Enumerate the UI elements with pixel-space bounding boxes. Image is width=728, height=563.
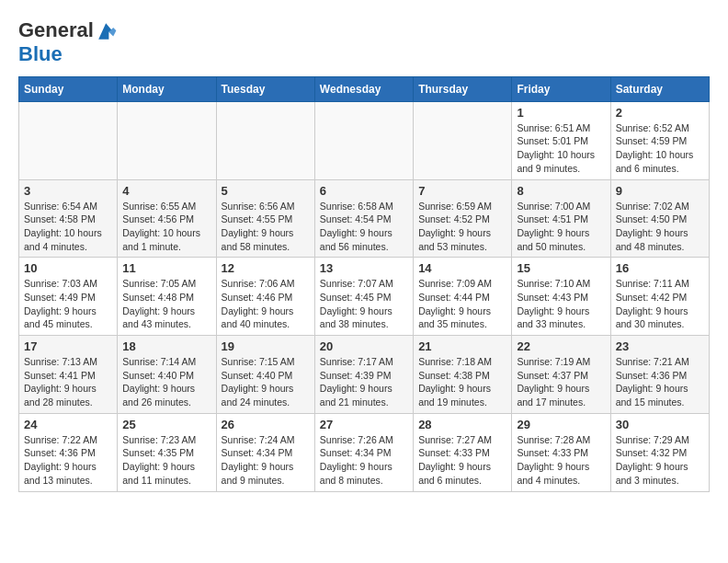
day-info: Sunrise: 6:58 AM Sunset: 4:54 PM Dayligh… — [320, 200, 408, 254]
day-number: 27 — [320, 418, 408, 431]
calendar-cell: 11Sunrise: 7:05 AM Sunset: 4:48 PM Dayli… — [118, 258, 216, 336]
day-number: 22 — [517, 339, 605, 353]
day-header-monday: Monday — [118, 76, 216, 101]
calendar-cell: 27Sunrise: 7:26 AM Sunset: 4:34 PM Dayli… — [314, 413, 413, 491]
calendar-cell: 26Sunrise: 7:24 AM Sunset: 4:34 PM Dayli… — [216, 413, 314, 491]
day-number: 8 — [517, 184, 605, 198]
calendar-cell: 4Sunrise: 6:55 AM Sunset: 4:56 PM Daylig… — [118, 179, 216, 258]
logo: General Blue — [18, 18, 119, 67]
calendar-cell: 19Sunrise: 7:15 AM Sunset: 4:40 PM Dayli… — [216, 336, 314, 414]
day-number: 23 — [616, 339, 704, 353]
day-info: Sunrise: 7:15 AM Sunset: 4:40 PM Dayligh… — [222, 355, 310, 409]
calendar-cell: 16Sunrise: 7:11 AM Sunset: 4:42 PM Dayli… — [610, 258, 709, 336]
calendar-cell: 1Sunrise: 6:51 AM Sunset: 5:01 PM Daylig… — [512, 101, 610, 179]
day-info: Sunrise: 7:13 AM Sunset: 4:41 PM Dayligh… — [24, 355, 112, 409]
calendar-cell: 12Sunrise: 7:06 AM Sunset: 4:46 PM Dayli… — [216, 258, 314, 336]
calendar-cell: 25Sunrise: 7:23 AM Sunset: 4:35 PM Dayli… — [118, 413, 216, 491]
day-info: Sunrise: 7:27 AM Sunset: 4:33 PM Dayligh… — [418, 433, 506, 488]
day-number: 6 — [320, 184, 408, 198]
day-number: 12 — [222, 261, 310, 275]
day-info: Sunrise: 6:55 AM Sunset: 4:56 PM Dayligh… — [122, 200, 210, 254]
day-info: Sunrise: 7:28 AM Sunset: 4:33 PM Dayligh… — [517, 433, 605, 488]
day-header-saturday: Saturday — [610, 76, 709, 101]
day-number: 26 — [222, 418, 310, 431]
day-number: 21 — [418, 339, 506, 353]
day-info: Sunrise: 6:54 AM Sunset: 4:58 PM Dayligh… — [24, 200, 112, 254]
calendar-cell — [414, 101, 512, 179]
day-number: 7 — [418, 184, 506, 198]
day-info: Sunrise: 6:56 AM Sunset: 4:55 PM Dayligh… — [222, 200, 310, 254]
day-number: 24 — [24, 418, 112, 431]
day-header-thursday: Thursday — [414, 76, 512, 101]
calendar-cell: 21Sunrise: 7:18 AM Sunset: 4:38 PM Dayli… — [414, 336, 512, 414]
day-info: Sunrise: 6:59 AM Sunset: 4:52 PM Dayligh… — [418, 200, 506, 254]
day-number: 29 — [517, 418, 605, 431]
day-info: Sunrise: 7:24 AM Sunset: 4:34 PM Dayligh… — [222, 433, 310, 488]
day-info: Sunrise: 7:18 AM Sunset: 4:38 PM Dayligh… — [418, 355, 506, 409]
week-row-3: 10Sunrise: 7:03 AM Sunset: 4:49 PM Dayli… — [19, 258, 710, 336]
day-number: 30 — [616, 418, 704, 431]
calendar-cell: 18Sunrise: 7:14 AM Sunset: 4:40 PM Dayli… — [118, 336, 216, 414]
day-number: 13 — [320, 261, 408, 275]
calendar-cell — [118, 101, 216, 179]
week-row-4: 17Sunrise: 7:13 AM Sunset: 4:41 PM Dayli… — [19, 336, 710, 414]
calendar-cell: 24Sunrise: 7:22 AM Sunset: 4:36 PM Dayli… — [19, 413, 118, 491]
calendar-table: SundayMondayTuesdayWednesdayThursdayFrid… — [18, 76, 710, 492]
day-number: 10 — [24, 261, 112, 275]
day-number: 19 — [222, 339, 310, 353]
calendar-cell: 30Sunrise: 7:29 AM Sunset: 4:32 PM Dayli… — [610, 413, 709, 491]
day-header-tuesday: Tuesday — [216, 76, 314, 101]
day-number: 1 — [517, 106, 605, 120]
calendar-cell: 10Sunrise: 7:03 AM Sunset: 4:49 PM Dayli… — [19, 258, 118, 336]
calendar-cell: 2Sunrise: 6:52 AM Sunset: 4:59 PM Daylig… — [610, 101, 709, 179]
day-info: Sunrise: 7:11 AM Sunset: 4:42 PM Dayligh… — [616, 277, 704, 331]
day-number: 17 — [24, 339, 112, 353]
day-number: 15 — [517, 261, 605, 275]
calendar-cell: 3Sunrise: 6:54 AM Sunset: 4:58 PM Daylig… — [19, 179, 118, 258]
day-number: 3 — [24, 184, 112, 198]
day-info: Sunrise: 7:07 AM Sunset: 4:45 PM Dayligh… — [320, 277, 408, 331]
day-number: 2 — [616, 106, 704, 120]
day-info: Sunrise: 7:06 AM Sunset: 4:46 PM Dayligh… — [222, 277, 310, 331]
calendar-cell: 20Sunrise: 7:17 AM Sunset: 4:39 PM Dayli… — [314, 336, 413, 414]
page-header: General Blue — [18, 18, 710, 67]
week-row-2: 3Sunrise: 6:54 AM Sunset: 4:58 PM Daylig… — [19, 179, 710, 258]
day-number: 25 — [122, 418, 210, 431]
day-number: 16 — [616, 261, 704, 275]
day-info: Sunrise: 7:14 AM Sunset: 4:40 PM Dayligh… — [122, 355, 210, 409]
calendar-cell: 15Sunrise: 7:10 AM Sunset: 4:43 PM Dayli… — [512, 258, 610, 336]
day-header-friday: Friday — [512, 76, 610, 101]
day-info: Sunrise: 7:10 AM Sunset: 4:43 PM Dayligh… — [517, 277, 605, 331]
day-number: 20 — [320, 339, 408, 353]
calendar-cell: 6Sunrise: 6:58 AM Sunset: 4:54 PM Daylig… — [314, 179, 413, 258]
week-row-1: 1Sunrise: 6:51 AM Sunset: 5:01 PM Daylig… — [19, 101, 710, 179]
day-header-sunday: Sunday — [19, 76, 118, 101]
day-number: 5 — [222, 184, 310, 198]
calendar-cell — [19, 101, 118, 179]
day-info: Sunrise: 7:22 AM Sunset: 4:36 PM Dayligh… — [24, 433, 112, 488]
day-number: 9 — [616, 184, 704, 198]
calendar-cell: 29Sunrise: 7:28 AM Sunset: 4:33 PM Dayli… — [512, 413, 610, 491]
day-info: Sunrise: 7:17 AM Sunset: 4:39 PM Dayligh… — [320, 355, 408, 409]
day-number: 11 — [122, 261, 210, 275]
day-info: Sunrise: 7:23 AM Sunset: 4:35 PM Dayligh… — [122, 433, 210, 488]
day-info: Sunrise: 7:29 AM Sunset: 4:32 PM Dayligh… — [616, 433, 704, 488]
logo-blue: Blue — [18, 42, 63, 65]
day-info: Sunrise: 7:19 AM Sunset: 4:37 PM Dayligh… — [517, 355, 605, 409]
calendar-cell: 9Sunrise: 7:02 AM Sunset: 4:50 PM Daylig… — [610, 179, 709, 258]
logo-text: General Blue — [18, 18, 119, 67]
day-info: Sunrise: 7:02 AM Sunset: 4:50 PM Dayligh… — [616, 200, 704, 254]
day-number: 18 — [122, 339, 210, 353]
calendar-cell — [216, 101, 314, 179]
calendar-header-row: SundayMondayTuesdayWednesdayThursdayFrid… — [19, 76, 710, 101]
logo-flag-icon — [96, 20, 118, 42]
day-info: Sunrise: 7:09 AM Sunset: 4:44 PM Dayligh… — [418, 277, 506, 331]
calendar-cell: 17Sunrise: 7:13 AM Sunset: 4:41 PM Dayli… — [19, 336, 118, 414]
week-row-5: 24Sunrise: 7:22 AM Sunset: 4:36 PM Dayli… — [19, 413, 710, 491]
calendar-cell: 14Sunrise: 7:09 AM Sunset: 4:44 PM Dayli… — [414, 258, 512, 336]
calendar-cell — [314, 101, 413, 179]
calendar-cell: 28Sunrise: 7:27 AM Sunset: 4:33 PM Dayli… — [414, 413, 512, 491]
day-number: 4 — [122, 184, 210, 198]
day-info: Sunrise: 7:21 AM Sunset: 4:36 PM Dayligh… — [616, 355, 704, 409]
day-info: Sunrise: 7:00 AM Sunset: 4:51 PM Dayligh… — [517, 200, 605, 254]
